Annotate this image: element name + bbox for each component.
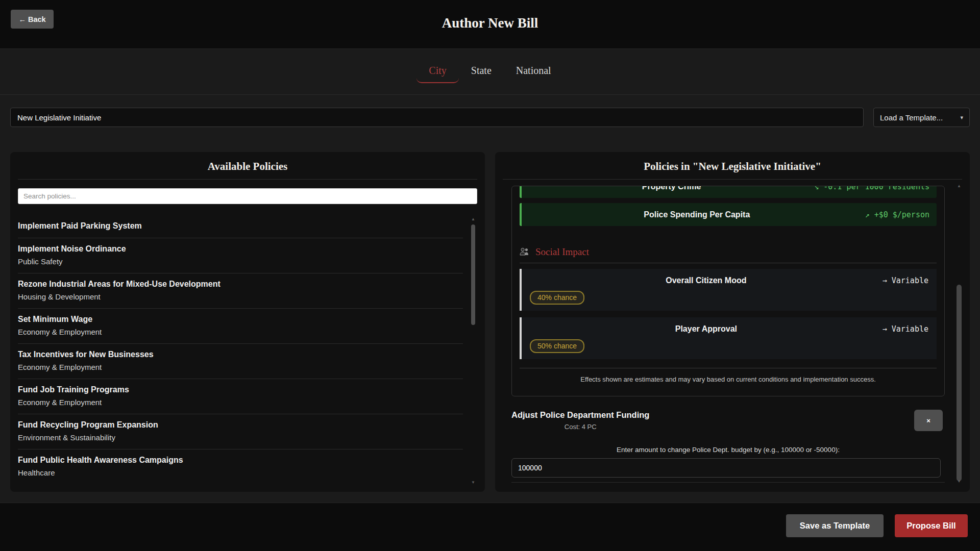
policy-list-item[interactable]: Tax Incentives for New Businesses Econom… bbox=[18, 344, 463, 379]
divider bbox=[520, 263, 937, 263]
effect-amount: Variable bbox=[892, 276, 928, 285]
panels-row: Available Policies Implement Paid Parkin… bbox=[10, 152, 970, 492]
scope-tabs: City State National bbox=[0, 49, 980, 95]
trend-arrow-icon: → bbox=[883, 324, 887, 334]
bill-policy-info: Adjust Police Department Funding Cost: 4… bbox=[511, 410, 649, 431]
chevron-down-icon: ▾ bbox=[960, 114, 963, 121]
policy-category: Healthcare bbox=[18, 468, 463, 478]
policy-category: Economy & Employment bbox=[18, 327, 463, 337]
bill-policies-title: Policies in "New Legislative Initiative" bbox=[503, 160, 962, 172]
policy-title: Implement Noise Ordinance bbox=[18, 244, 463, 254]
effects-preview-box: Property Crime ↘-0.1 per 1000 residents … bbox=[511, 186, 945, 396]
page-title: Author New Bill bbox=[0, 15, 980, 31]
available-policies-title: Available Policies bbox=[18, 160, 477, 172]
bill-policy-title: Adjust Police Department Funding bbox=[511, 410, 649, 420]
policy-title: Implement Paid Parking System bbox=[18, 221, 463, 231]
policy-list-item[interactable]: Fund Public Health Awareness Campaigns H… bbox=[18, 449, 463, 483]
policy-category: Economy & Employment bbox=[18, 362, 463, 372]
social-impact-label: Social Impact bbox=[535, 246, 589, 258]
people-icon bbox=[520, 247, 529, 256]
divider bbox=[520, 368, 937, 368]
effect-value: ↘-0.1 per 1000 residents bbox=[814, 186, 929, 191]
scroll-down-icon[interactable]: ▼ bbox=[955, 479, 963, 484]
divider bbox=[503, 179, 962, 180]
effect-name: Player Approval bbox=[530, 324, 883, 334]
effect-name: Overall Citizen Mood bbox=[530, 276, 883, 285]
effect-value: ↗+$0 $/person bbox=[865, 210, 929, 219]
social-impact-cards: Overall Citizen Mood →Variable 40% chanc… bbox=[520, 269, 937, 359]
policy-title: Tax Incentives for New Businesses bbox=[18, 349, 463, 360]
policy-category: Housing & Development bbox=[18, 292, 463, 302]
effect-value: →Variable bbox=[883, 324, 928, 334]
footer-bar: Save as Template Propose Bill bbox=[0, 503, 980, 551]
policy-category: Economy & Employment bbox=[18, 397, 463, 407]
trend-arrow-icon: ↗ bbox=[865, 210, 870, 219]
trend-arrow-icon: → bbox=[883, 276, 887, 285]
policy-list-item[interactable]: Fund Recycling Program Expansion Environ… bbox=[18, 414, 463, 449]
propose-bill-button[interactable]: Propose Bill bbox=[895, 514, 968, 537]
search-input[interactable] bbox=[18, 188, 477, 204]
effect-value: →Variable bbox=[883, 276, 928, 285]
bill-policies-panel: Policies in "New Legislative Initiative"… bbox=[495, 152, 970, 492]
policy-title: Fund Public Health Awareness Campaigns bbox=[18, 455, 463, 465]
policy-list-item[interactable]: Fund Job Training Programs Economy & Emp… bbox=[18, 379, 463, 414]
tab-state[interactable]: State bbox=[459, 62, 504, 83]
chance-badge: 40% chance bbox=[530, 291, 584, 305]
policy-list-item[interactable]: Implement Noise Ordinance Public Safety bbox=[18, 238, 463, 273]
divider bbox=[511, 482, 945, 483]
tab-city[interactable]: City bbox=[416, 62, 458, 83]
load-template-select[interactable]: Load a Template... ▾ bbox=[873, 108, 970, 127]
policy-title: Fund Recycling Program Expansion bbox=[18, 420, 463, 430]
footer-actions: Save as Template Propose Bill bbox=[786, 514, 968, 537]
bill-policy-item: Adjust Police Department Funding Cost: 4… bbox=[511, 410, 945, 431]
bill-name-input[interactable] bbox=[10, 108, 864, 127]
available-policies-panel: Available Policies Implement Paid Parkin… bbox=[10, 152, 485, 492]
trend-arrow-icon: ↘ bbox=[814, 186, 819, 191]
policy-title: Fund Job Training Programs bbox=[18, 385, 463, 395]
social-effect-card: Overall Citizen Mood →Variable 40% chanc… bbox=[520, 269, 937, 311]
remove-policy-button[interactable]: × bbox=[914, 410, 943, 431]
effect-amount: Variable bbox=[892, 324, 928, 334]
policy-list-item[interactable]: Set Minimum Wage Economy & Employment bbox=[18, 309, 463, 344]
social-impact-section-header: Social Impact bbox=[520, 245, 937, 258]
policy-list: Implement Paid Parking System Implement … bbox=[18, 215, 477, 483]
policy-category: Environment & Sustainability bbox=[18, 433, 463, 442]
bill-policy-cost: Cost: 4 PC bbox=[511, 423, 649, 431]
effect-row: Property Crime ↘-0.1 per 1000 residents bbox=[520, 186, 937, 198]
divider bbox=[18, 179, 477, 180]
effect-amount: -0.1 per 1000 residents bbox=[823, 186, 929, 191]
policy-list-item[interactable]: Implement Paid Parking System bbox=[18, 215, 463, 238]
bill-policies-scrollarea: Property Crime ↘-0.1 per 1000 residents … bbox=[503, 184, 962, 484]
policy-list-scrollbar[interactable]: ▲ ▼ bbox=[470, 217, 477, 485]
effect-name: Property Crime bbox=[529, 186, 814, 191]
bill-panel-scrollbar[interactable]: ▲ ▼ bbox=[955, 184, 963, 484]
load-template-value: Load a Template... bbox=[880, 113, 943, 122]
scroll-down-icon[interactable]: ▼ bbox=[470, 480, 477, 485]
social-effect-card: Player Approval →Variable 50% chance bbox=[520, 317, 937, 359]
amount-input-label: Enter amount to change Police Dept. budg… bbox=[511, 446, 945, 454]
policy-title: Rezone Industrial Areas for Mixed-Use De… bbox=[18, 279, 463, 289]
policy-title: Set Minimum Wage bbox=[18, 314, 463, 324]
effect-rows: Property Crime ↘-0.1 per 1000 residents … bbox=[520, 186, 937, 226]
main-content: City State National Load a Template... ▾… bbox=[0, 49, 980, 503]
budget-amount-input[interactable] bbox=[511, 458, 941, 478]
policy-category: Public Safety bbox=[18, 257, 463, 266]
scrollbar-thumb[interactable] bbox=[957, 285, 962, 481]
chance-badge: 50% chance bbox=[530, 339, 584, 353]
top-header: ← Back Author New Bill bbox=[0, 0, 980, 49]
effect-name: Police Spending Per Capita bbox=[529, 210, 865, 219]
scroll-up-icon[interactable]: ▲ bbox=[470, 217, 477, 221]
effects-disclaimer: Effects shown are estimates and may vary… bbox=[520, 375, 937, 384]
effect-amount: +$0 $/person bbox=[874, 210, 929, 219]
policy-list-item[interactable]: Rezone Industrial Areas for Mixed-Use De… bbox=[18, 273, 463, 309]
bill-name-row: Load a Template... ▾ bbox=[10, 108, 970, 127]
scrollbar-thumb[interactable] bbox=[471, 224, 475, 325]
effect-row: Police Spending Per Capita ↗+$0 $/person bbox=[520, 203, 937, 226]
scroll-up-icon[interactable]: ▲ bbox=[955, 184, 963, 188]
tab-national[interactable]: National bbox=[504, 62, 564, 83]
save-as-template-button[interactable]: Save as Template bbox=[786, 514, 884, 537]
